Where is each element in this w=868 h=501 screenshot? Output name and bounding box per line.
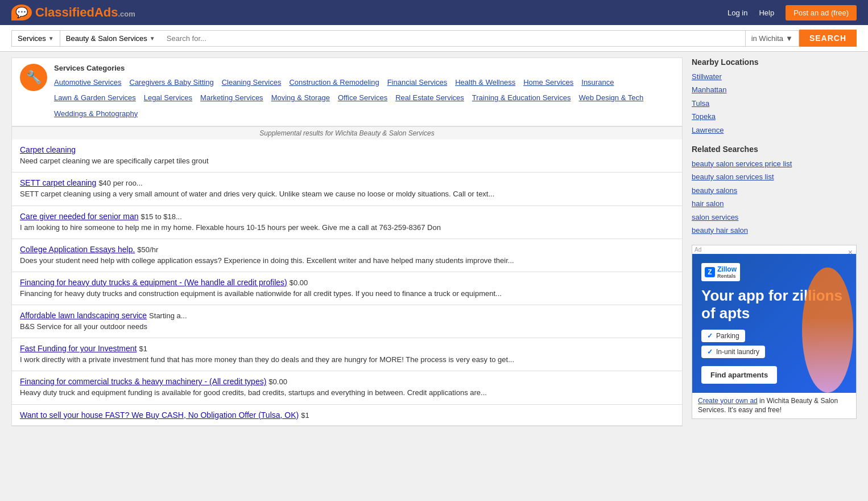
search-bar: Services ▼ Beauty & Salon Services ▼ in … [0, 25, 868, 52]
listing-title: Financing for heavy duty trucks & equipm… [20, 278, 674, 287]
category-link[interactable]: Weddings & Photography [54, 107, 138, 120]
nearby-location-link[interactable]: Tulsa [692, 97, 857, 110]
logo-ads: Ads [94, 5, 118, 19]
listing-title-link[interactable]: Care giver needed for senior man [20, 212, 139, 221]
listing-title-link[interactable]: Affordable lawn landscaping service [20, 311, 147, 320]
related-search-link[interactable]: salon services [692, 211, 857, 224]
wrench-icon: 🔧 [20, 64, 47, 91]
listing-item: Financing for commercial trucks & heavy … [12, 371, 682, 404]
listing-description: I work directly with a private investmen… [20, 355, 674, 365]
category-link[interactable]: Marketing Services [200, 91, 263, 104]
category-link[interactable]: Office Services [338, 91, 387, 104]
category-link[interactable]: Lawn & Garden Services [54, 91, 136, 104]
nearby-title: Nearby Locations [692, 58, 857, 67]
related-search-link[interactable]: hair salon [692, 197, 857, 210]
listing-item: Fast Funding for your Investment$1I work… [12, 338, 682, 371]
listing-description: B&S Service for all your outdoor needs [20, 322, 674, 332]
category-link[interactable]: Insurance [581, 76, 614, 89]
listing-description: Financing for heavy duty trucks and cons… [20, 289, 674, 299]
services-dropdown[interactable]: Services ▼ [11, 30, 60, 47]
related-search-link[interactable]: beauty salons [692, 184, 857, 197]
listing-item: Want to sell your house FAST? We Buy CAS… [12, 405, 682, 426]
listing-title: Financing for commercial trucks & heavy … [20, 377, 674, 386]
listing-title: Affordable lawn landscaping serviceStart… [20, 311, 674, 320]
create-ad-link[interactable]: Create your own ad [698, 397, 758, 405]
listing-item: College Application Essays help.$50/hrDo… [12, 239, 682, 272]
category-link[interactable]: Financial Services [387, 76, 448, 89]
listing-title-link[interactable]: Financing for heavy duty trucks & equipm… [20, 278, 287, 287]
find-apartments-button[interactable]: Find apartments [701, 366, 777, 384]
category-link[interactable]: Legal Services [144, 91, 192, 104]
ad-content: Z Zillow Rentals Your app for zillions o… [692, 254, 856, 392]
categories-links: Automotive ServicesCaregivers & Baby Sit… [54, 76, 674, 120]
listing-price: $40 per roo... [98, 179, 142, 187]
services-label: Services [18, 34, 46, 43]
listing-price: $0.00 [268, 377, 287, 386]
services-arrow-icon: ▼ [48, 35, 54, 42]
listing-title-link[interactable]: College Application Essays help. [20, 245, 135, 254]
sidebar: Nearby Locations StillwaterManhattanTuls… [692, 58, 857, 426]
listing-title: Carpet cleaning [20, 145, 674, 154]
ad-feature-badge: ✓In-unit laundry [701, 346, 765, 358]
listing-title-link[interactable]: Financing for commercial trucks & heavy … [20, 377, 266, 386]
related-search-link[interactable]: beauty salon services price list [692, 157, 857, 170]
category-link[interactable]: Web Design & Tech [579, 91, 644, 104]
listing-title-link[interactable]: SETT carpet cleaning [20, 178, 96, 187]
nearby-location-link[interactable]: Lawrence [692, 124, 857, 137]
related-search-link[interactable]: beauty hair salon [692, 224, 857, 237]
nearby-location-link[interactable]: Topeka [692, 110, 857, 123]
category-link[interactable]: Home Services [523, 76, 573, 89]
login-link[interactable]: Log in [728, 9, 747, 17]
location-label: in Wichita [751, 34, 783, 43]
listing-price: $15 to $18... [141, 212, 182, 221]
search-input[interactable] [161, 30, 746, 47]
zillow-sub: Rentals [717, 273, 737, 279]
listing-title-link[interactable]: Want to sell your house FAST? We Buy CAS… [20, 410, 299, 420]
zillow-z-icon: Z [705, 267, 715, 277]
listing-title-link[interactable]: Fast Funding for your Investment [20, 344, 137, 353]
content-area: 🔧 Services Categories Automotive Service… [11, 58, 683, 426]
listings-container: Carpet cleaningNeed carpet cleaning we a… [12, 139, 682, 426]
category-link[interactable]: Health & Wellness [455, 76, 515, 89]
category-link[interactable]: Caregivers & Baby Sitting [130, 76, 214, 89]
categories-content: Services Categories Automotive ServicesC… [54, 64, 674, 120]
related-search-link[interactable]: beauty salon services list [692, 170, 857, 183]
category-link[interactable]: Cleaning Services [222, 76, 282, 89]
listing-price: $1 [301, 411, 309, 420]
nearby-location-link[interactable]: Manhattan [692, 83, 857, 96]
category-link[interactable]: Moving & Storage [271, 91, 330, 104]
logo-text: ClassifiedAds.com [35, 5, 135, 20]
listing-item: Affordable lawn landscaping serviceStart… [12, 305, 682, 338]
logo-classified: Classified [35, 5, 94, 19]
listing-price: $0.00 [290, 278, 308, 287]
listing-price: $1 [139, 344, 147, 353]
listing-description: Does your student need help with college… [20, 256, 674, 266]
help-link[interactable]: Help [759, 9, 774, 17]
nearby-location-link[interactable]: Stillwater [692, 70, 857, 83]
category-label: Beauty & Salon Services [66, 34, 147, 43]
listing-description: Heavy duty truck and equipment funding i… [20, 388, 674, 398]
location-arrow-icon: ▼ [786, 34, 793, 43]
category-dropdown[interactable]: Beauty & Salon Services ▼ [60, 30, 161, 47]
category-arrow-icon: ▼ [150, 35, 155, 42]
category-link[interactable]: Real Estate Services [395, 91, 464, 104]
listing-price: Starting a... [149, 311, 187, 320]
category-link[interactable]: Training & Education Services [472, 91, 571, 104]
header: 💬 ClassifiedAds.com Log in Help Post an … [0, 0, 868, 25]
post-ad-button[interactable]: Post an ad (free) [786, 5, 857, 20]
listing-item: Financing for heavy duty trucks & equipm… [12, 272, 682, 305]
category-link[interactable]: Automotive Services [54, 76, 122, 89]
nearby-locations: Nearby Locations StillwaterManhattanTuls… [692, 58, 857, 137]
location-dropdown[interactable]: in Wichita ▼ [746, 30, 799, 47]
category-link[interactable]: Construction & Remodeling [289, 76, 379, 89]
categories-panel: 🔧 Services Categories Automotive Service… [12, 58, 682, 126]
ad-box: Ad × Z Zillow Rentals Your app for zilli… [692, 245, 857, 419]
categories-title: Services Categories [54, 64, 674, 72]
feature-label: Parking [716, 332, 739, 340]
zillow-text: Zillow [717, 265, 737, 273]
zillow-logo: Z Zillow Rentals [701, 263, 740, 281]
listing-title-link[interactable]: Carpet cleaning [20, 145, 76, 154]
logo-com: .com [118, 10, 135, 18]
search-button[interactable]: SEARCH [799, 30, 857, 47]
check-icon: ✓ [707, 348, 713, 356]
